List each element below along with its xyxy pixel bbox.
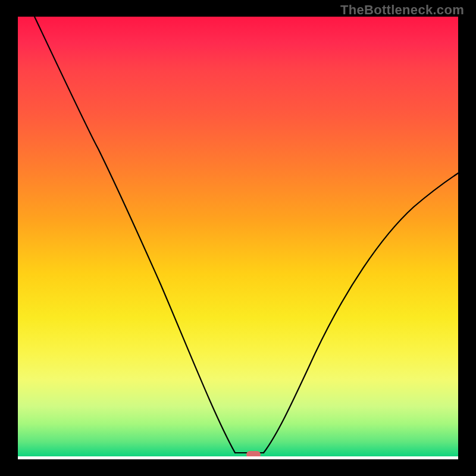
baseline-band xyxy=(18,456,458,459)
curve-layer xyxy=(18,17,458,459)
chart-frame: TheBottleneck.com xyxy=(0,0,476,476)
curve-right xyxy=(264,173,458,453)
curve-left xyxy=(35,17,235,453)
watermark-text: TheBottleneck.com xyxy=(340,2,464,18)
